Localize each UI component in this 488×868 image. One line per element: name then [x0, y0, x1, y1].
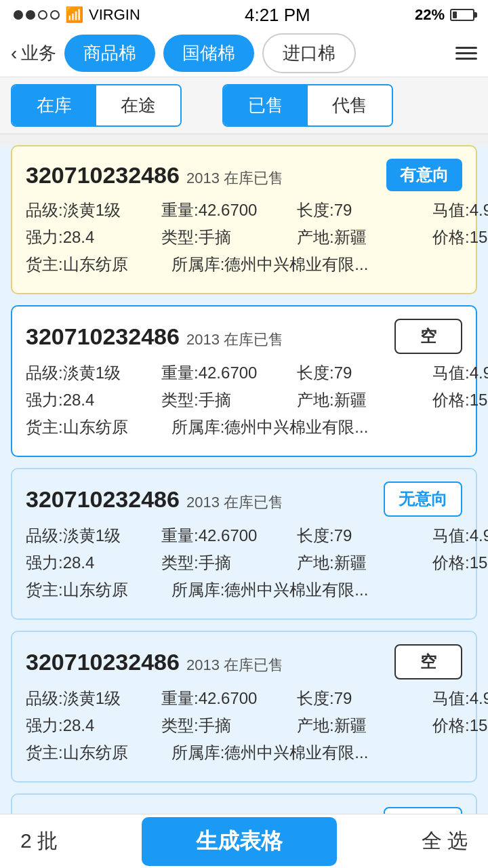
- card-3-row3: 货主:山东纺原 所属库:德州中兴棉业有限...: [26, 579, 462, 601]
- clock: 4:21 PM: [245, 5, 310, 26]
- card-1-owner: 货主:山东纺原: [26, 254, 171, 275]
- card-1-meta: 2013 在库已售: [186, 168, 283, 189]
- filter-tabs: 在库 在途 已售 代售: [0, 77, 488, 134]
- battery-icon: [450, 9, 474, 21]
- card-4-warehouse: 所属库:德州中兴棉业有限...: [171, 742, 462, 764]
- card-1-type: 类型:手摘: [161, 226, 297, 248]
- card-1-strength: 强力:28.4: [26, 226, 161, 248]
- card-3-row2: 强力:28.4 类型:手摘 产地:新疆 价格:15825: [26, 552, 462, 574]
- battery-percent: 22%: [415, 6, 445, 24]
- card-1-badge[interactable]: 有意向: [386, 159, 462, 191]
- card-2-badge[interactable]: 空: [394, 319, 462, 354]
- card-3-price: 价格:15825: [432, 552, 488, 574]
- menu-icon[interactable]: [455, 47, 477, 60]
- card-1-row3: 货主:山东纺原 所属库:德州中兴棉业有限...: [26, 254, 462, 275]
- card-2-meta: 2013 在库已售: [186, 330, 283, 350]
- card-1-length: 长度:79: [297, 199, 432, 221]
- dot1: [14, 10, 23, 20]
- tab-shangpinmian[interactable]: 商品棉: [64, 35, 155, 72]
- card-1-row2: 强力:28.4 类型:手摘 产地:新疆 价格:15825: [26, 226, 462, 248]
- filter-group-2: 已售 代售: [222, 84, 393, 127]
- card-2-weight: 重量:42.6700: [161, 362, 297, 384]
- card-1[interactable]: 320710232486 2013 在库已售 有意向 品级:淡黄1级 重量:42…: [11, 145, 477, 294]
- filter-group-1: 在库 在途: [11, 84, 182, 127]
- card-3-owner: 货主:山东纺原: [26, 579, 171, 601]
- card-4-type: 类型:手摘: [161, 715, 297, 736]
- card-1-mic: 马值:4.9: [432, 199, 488, 221]
- carrier-label: VIRGIN: [89, 6, 140, 24]
- back-label: 业务: [21, 41, 56, 65]
- card-2-row3: 货主:山东纺原 所属库:德州中兴棉业有限...: [26, 416, 462, 438]
- card-3-origin: 产地:新疆: [297, 552, 432, 574]
- tab-guochuchumian[interactable]: 国储棉: [163, 35, 254, 72]
- card-1-row1: 品级:淡黄1级 重量:42.6700 长度:79 马值:4.9: [26, 199, 462, 221]
- card-1-grade: 品级:淡黄1级: [26, 199, 161, 221]
- card-2-length: 长度:79: [297, 362, 432, 384]
- card-3-length: 长度:79: [297, 525, 432, 547]
- batch-count: 2 批: [20, 827, 58, 855]
- card-2-owner: 货主:山东纺原: [26, 416, 171, 438]
- card-2-origin: 产地:新疆: [297, 389, 432, 411]
- filter-tab-daishou[interactable]: 代售: [308, 85, 392, 125]
- card-2-header-left: 320710232486 2013 在库已售: [26, 323, 283, 350]
- card-4-meta: 2013 在库已售: [186, 655, 283, 675]
- card-2-id: 320710232486: [26, 323, 180, 350]
- card-4-header-left: 320710232486 2013 在库已售: [26, 649, 283, 675]
- status-right: 22%: [415, 6, 474, 24]
- filter-tab-zaiku[interactable]: 在库: [12, 85, 96, 125]
- card-3-type: 类型:手摘: [161, 552, 297, 574]
- card-2-strength: 强力:28.4: [26, 389, 161, 411]
- filter-tab-zaitu[interactable]: 在途: [96, 85, 180, 125]
- dot3: [38, 10, 47, 20]
- card-3-badge[interactable]: 无意向: [384, 481, 462, 517]
- menu-line3: [455, 58, 477, 60]
- status-bar: 📶 VIRGIN 4:21 PM 22%: [0, 0, 488, 30]
- card-3-mic: 马值:4.9: [432, 525, 488, 547]
- card-3-id: 320710232486: [26, 486, 180, 513]
- wifi-icon: 📶: [65, 6, 83, 24]
- card-2-row2: 强力:28.4 类型:手摘 产地:新疆 价格:15825: [26, 389, 462, 411]
- card-1-weight: 重量:42.6700: [161, 199, 297, 221]
- card-2-type: 类型:手摘: [161, 389, 297, 411]
- card-4-weight: 重量:42.6700: [161, 688, 297, 709]
- generate-table-button[interactable]: 生成表格: [142, 817, 337, 866]
- card-3-row1: 品级:淡黄1级 重量:42.6700 长度:79 马值:4.9: [26, 525, 462, 547]
- card-3-header: 320710232486 2013 在库已售 无意向: [26, 481, 462, 517]
- card-4-header: 320710232486 2013 在库已售 空: [26, 644, 462, 679]
- filter-tab-yishou[interactable]: 已售: [224, 85, 308, 125]
- card-3-header-left: 320710232486 2013 在库已售: [26, 486, 283, 513]
- card-2-price: 价格:15825: [432, 389, 488, 411]
- card-2[interactable]: 320710232486 2013 在库已售 空 品级:淡黄1级 重量:42.6…: [11, 305, 477, 457]
- card-4-row1: 品级:淡黄1级 重量:42.6700 长度:79 马值:4.9: [26, 688, 462, 709]
- card-4-grade: 品级:淡黄1级: [26, 688, 161, 709]
- card-4-row2: 强力:28.4 类型:手摘 产地:新疆 价格:15825: [26, 715, 462, 736]
- card-4-mic: 马值:4.9: [432, 688, 488, 709]
- back-arrow-icon: ‹: [11, 43, 17, 64]
- bottom-bar: 2 批 生成表格 全 选: [0, 814, 488, 868]
- menu-line2: [455, 52, 477, 54]
- select-all-button[interactable]: 全 选: [422, 827, 468, 855]
- card-1-origin: 产地:新疆: [297, 226, 432, 248]
- card-4-strength: 强力:28.4: [26, 715, 161, 736]
- card-1-price: 价格:15825: [432, 226, 488, 248]
- nav-bar: ‹ 业务 商品棉 国储棉 进口棉: [0, 30, 488, 77]
- card-3[interactable]: 320710232486 2013 在库已售 无意向 品级:淡黄1级 重量:42…: [11, 468, 477, 620]
- card-2-header: 320710232486 2013 在库已售 空: [26, 319, 462, 354]
- card-4-badge[interactable]: 空: [394, 644, 462, 679]
- card-4[interactable]: 320710232486 2013 在库已售 空 品级:淡黄1级 重量:42.6…: [11, 631, 477, 783]
- card-1-header: 320710232486 2013 在库已售 有意向: [26, 159, 462, 191]
- card-4-row3: 货主:山东纺原 所属库:德州中兴棉业有限...: [26, 742, 462, 764]
- card-2-row1: 品级:淡黄1级 重量:42.6700 长度:79 马值:4.9: [26, 362, 462, 384]
- back-button[interactable]: ‹ 业务: [11, 41, 56, 65]
- card-1-id: 320710232486: [26, 162, 180, 189]
- card-4-id: 320710232486: [26, 649, 180, 675]
- battery-fill: [453, 12, 457, 18]
- card-2-mic: 马值:4.9: [432, 362, 488, 384]
- status-left: 📶 VIRGIN: [14, 6, 140, 24]
- card-1-warehouse: 所属库:德州中兴棉业有限...: [171, 254, 462, 275]
- card-4-owner: 货主:山东纺原: [26, 742, 171, 764]
- card-3-grade: 品级:淡黄1级: [26, 525, 161, 547]
- card-4-origin: 产地:新疆: [297, 715, 432, 736]
- tab-jinkumian[interactable]: 进口棉: [262, 33, 356, 73]
- card-3-weight: 重量:42.6700: [161, 525, 297, 547]
